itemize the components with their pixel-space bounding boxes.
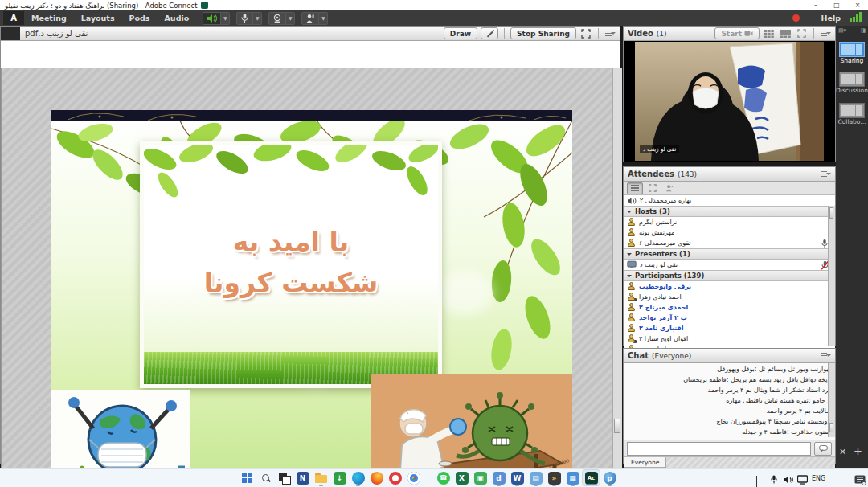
edge-browser-button[interactable] <box>349 469 367 486</box>
excel-button[interactable]: X <box>452 469 471 486</box>
word-button[interactable]: W <box>508 469 526 486</box>
mail-app-button[interactable]: ▤ <box>526 469 545 486</box>
tray-display-button[interactable] <box>797 473 808 487</box>
layout-tab-sharing[interactable]: Sharing <box>839 42 868 64</box>
idm-app-button[interactable]: ↓ <box>330 469 349 486</box>
breakout-view-button[interactable] <box>645 183 660 194</box>
status-view-icon <box>665 184 674 192</box>
menu-meeting[interactable]: Meeting <box>24 10 74 26</box>
chrome-browser-button[interactable] <box>404 469 423 486</box>
speaker-button[interactable] <box>203 12 221 25</box>
screen-share-app-icon: ▣ <box>474 472 487 485</box>
layout-tab-discussion[interactable]: Discussion <box>839 72 868 94</box>
video-fullscreen-button[interactable] <box>795 27 808 40</box>
active-speaker-row[interactable]: بهاره میرمحمدلی ۲ <box>624 195 835 206</box>
attendee-row[interactable]: نقی لو زینب د <box>624 260 835 270</box>
chat-input[interactable] <box>627 442 811 456</box>
chat-scrollbar[interactable] <box>828 363 835 437</box>
screen-share-app-button[interactable]: ▣ <box>471 469 489 486</box>
microphone-button[interactable] <box>236 12 253 25</box>
stop-sharing-button[interactable]: Stop Sharing <box>510 27 576 39</box>
send-message-button[interactable] <box>814 442 832 456</box>
layout-panel-toggle-icon[interactable]: ◨ <box>860 27 866 34</box>
app-icon <box>201 2 208 9</box>
list-view-button[interactable] <box>627 182 643 194</box>
chat-scrollbar-thumb[interactable] <box>829 423 833 432</box>
hosts-section-header[interactable]: Hosts (3) <box>624 206 835 217</box>
participants-section-header[interactable]: Participants (139) <box>624 270 835 281</box>
start-webcam-button[interactable]: Start <box>714 27 760 39</box>
screen: برآهنگ هفتاد و دو ؛ دکتر زینب نقیلو (Sha… <box>0 0 868 487</box>
code-folder-button[interactable]: » <box>545 469 563 486</box>
status-button[interactable] <box>301 12 319 25</box>
attendee-row[interactable]: اقوان اویج ستارا ۲ <box>624 334 835 344</box>
webcam-button[interactable] <box>268 12 286 25</box>
raise-hand-icon <box>305 14 315 23</box>
status-view-button[interactable] <box>662 183 677 194</box>
fullscreen-button[interactable] <box>579 27 592 40</box>
microphone-dropdown[interactable]: ▼ <box>253 12 262 25</box>
pointer-tool-button[interactable] <box>481 27 498 39</box>
attendee-row[interactable]: برقی وایوحطیب <box>624 281 835 292</box>
attendee-row[interactable]: ب ۲ آرمر نواحد <box>624 313 835 323</box>
adobe-connect-taskbar-button[interactable]: Ac <box>582 469 600 486</box>
attendee-name: تقوی میرمحمدلی ۶ <box>639 239 691 247</box>
pen-device-app-button[interactable]: d <box>489 469 508 486</box>
filmstrip-view-button[interactable] <box>779 27 792 40</box>
host-icon <box>627 239 636 248</box>
attendee-row[interactable]: نراستین آبگرم <box>624 217 835 227</box>
share-pod-menu-icon[interactable] <box>604 30 616 38</box>
grid-view-button[interactable] <box>763 27 776 40</box>
firefox-browser-button[interactable] <box>367 469 386 486</box>
close-button[interactable]: × <box>847 0 868 10</box>
menu-help[interactable]: Help <box>814 10 848 26</box>
opera-browser-button[interactable] <box>386 469 404 486</box>
attendee-name: اقتباری ثامد ۲ <box>639 325 684 332</box>
menu-pods[interactable]: Pods <box>122 10 158 26</box>
delete-layout-icon[interactable]: ✕ <box>839 447 846 457</box>
tray-microphone-button[interactable] <box>770 473 778 487</box>
layout-tab-collaboration[interactable]: Collabo... <box>839 103 868 125</box>
speaker-dropdown[interactable]: ▼ <box>221 12 230 25</box>
attendee-row[interactable]: احمدی میرتاج ۲ <box>624 302 835 313</box>
share-scrollbar[interactable] <box>612 68 622 473</box>
attendee-row[interactable]: تقوی میرمحمدلی ۶ <box>624 238 835 248</box>
paint-app-button[interactable]: p <box>600 469 619 486</box>
notification-center-button[interactable] <box>854 473 866 487</box>
start-button[interactable] <box>238 469 256 486</box>
add-layout-icon[interactable]: + <box>854 445 862 457</box>
layout-menu-icon[interactable]: ▤▾ <box>838 27 846 34</box>
file-explorer-button[interactable] <box>312 469 330 486</box>
webcam-dropdown[interactable]: ▼ <box>286 12 295 25</box>
minimize-button[interactable]: – <box>805 0 826 10</box>
chat-tab-everyone[interactable]: Everyone <box>624 457 666 468</box>
attendees-scrollbar-thumb[interactable] <box>829 207 833 219</box>
pod-corner <box>1 27 20 40</box>
share-scrollbar-thumb[interactable] <box>614 419 620 433</box>
attendee-row[interactable]: مهرنقش پونه <box>624 227 835 238</box>
notebook-icon: N <box>297 472 309 485</box>
attendees-toolbar <box>624 182 835 195</box>
tray-volume-button[interactable] <box>783 473 793 487</box>
status-dropdown[interactable]: ▼ <box>319 12 328 25</box>
menu-layouts[interactable]: Layouts <box>74 10 122 26</box>
presenters-section-header[interactable]: Presenters (1) <box>624 248 835 260</box>
attendees-pod-menu-icon[interactable] <box>820 170 831 178</box>
maximize-button[interactable]: □ <box>826 0 847 10</box>
tray-expand-button[interactable] <box>756 476 757 487</box>
task-view-button[interactable] <box>275 469 293 486</box>
draw-button[interactable]: Draw <box>444 27 477 39</box>
file-explorer-icon <box>315 473 327 483</box>
notebook-app-button[interactable]: N <box>293 469 312 486</box>
photos-button[interactable]: ▦ <box>563 469 582 486</box>
whatsapp-button[interactable]: ☎ <box>434 469 452 486</box>
attendees-scrollbar[interactable] <box>828 206 835 346</box>
language-indicator[interactable]: ENG <box>812 475 825 482</box>
menu-audio[interactable]: Audio <box>158 10 197 26</box>
speaker-icon <box>207 14 217 23</box>
video-pod-menu-icon[interactable] <box>820 30 831 38</box>
attendee-row[interactable]: اقتباری ثامد ۲ <box>624 323 835 334</box>
search-button[interactable] <box>256 469 275 486</box>
chat-pod-menu-icon[interactable] <box>820 352 831 360</box>
attendee-row[interactable]: احمد نیادی زهرا <box>624 292 835 302</box>
